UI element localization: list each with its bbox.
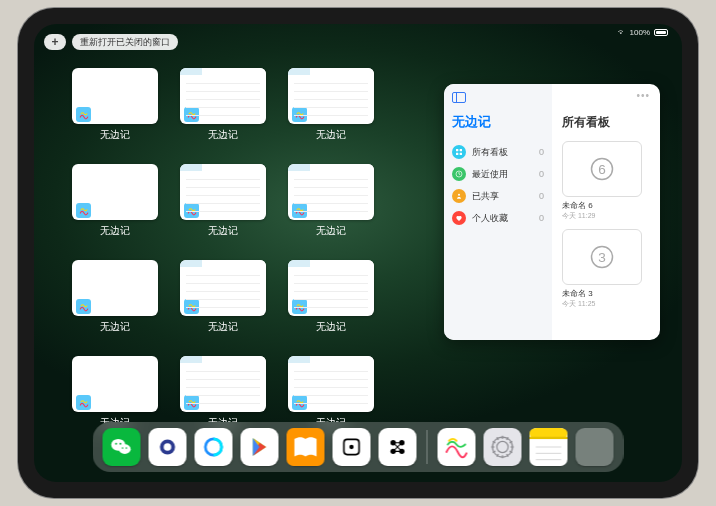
window-thumbnail[interactable] [72,68,158,124]
panel-sidebar: 无边记 所有看板0最近使用0已共享0个人收藏0 [444,84,552,340]
freeform-app-icon [76,395,91,410]
freeform-app-icon [76,299,91,314]
dock-app-settings[interactable] [484,428,522,466]
board-card[interactable]: 6未命名 6今天 11:29 [562,141,646,221]
panel-title: 无边记 [452,113,544,131]
clock-icon [452,167,466,181]
window-label: 无边记 [208,224,238,238]
svg-point-5 [458,194,460,196]
window-label: 无边记 [100,224,130,238]
window-label: 无边记 [100,128,130,142]
reopen-label: 重新打开已关闭的窗口 [80,36,170,49]
freeform-app-icon [292,203,307,218]
board-thumbnail: 6 [562,141,642,197]
sidebar-item-count: 0 [539,191,544,201]
freeform-app-icon [184,203,199,218]
more-icon[interactable]: ••• [636,90,650,101]
sidebar-item-label: 所有看板 [472,146,508,159]
sidebar-item-count: 0 [539,169,544,179]
grid-icon [452,145,466,159]
freeform-app-icon [76,203,91,218]
window-label: 无边记 [208,128,238,142]
svg-rect-42 [530,437,568,439]
new-window-button[interactable]: + [44,34,66,50]
svg-point-13 [119,443,121,445]
window-thumbnail[interactable] [72,356,158,412]
svg-point-27 [497,441,508,452]
window-thumbnail[interactable] [72,164,158,220]
heart-icon [452,211,466,225]
svg-rect-3 [460,153,462,155]
svg-text:3: 3 [598,250,606,265]
window-thumbnail[interactable] [72,260,158,316]
reopen-closed-window-button[interactable]: 重新打开已关闭的窗口 [72,34,178,50]
svg-text:6: 6 [598,162,606,177]
sidebar-item-count: 0 [539,147,544,157]
board-card[interactable]: 3未命名 3今天 11:25 [562,229,646,309]
window-thumbnail[interactable] [288,164,374,220]
freeform-app-icon [292,395,307,410]
sidebar-item-clock[interactable]: 最近使用0 [452,163,544,185]
window-label: 无边记 [208,320,238,334]
svg-point-14 [122,447,124,449]
freeform-panel: 无边记 所有看板0最近使用0已共享0个人收藏0 ••• 所有看板 6未命名 6今… [444,84,660,340]
sidebar-item-share[interactable]: 已共享0 [452,185,544,207]
svg-rect-2 [456,153,458,155]
dock-app-play[interactable] [241,428,279,466]
app-switcher-grid: 无边记无边记无边记无边记无边记无边记无边记无边记无边记无边记无边记无边记 [72,68,374,430]
window-thumbnail[interactable] [180,68,266,124]
battery-icon [654,29,668,36]
svg-point-12 [115,443,117,445]
window-label: 无边记 [100,320,130,334]
dock-app-qqbrowser[interactable] [195,428,233,466]
window-thumbnail[interactable] [288,356,374,412]
sidebar-toggle-icon[interactable] [452,92,466,103]
board-subtitle: 今天 11:25 [562,299,646,309]
sidebar-item-count: 0 [539,213,544,223]
freeform-app-icon [76,107,91,122]
sidebar-item-label: 已共享 [472,190,499,203]
ipad-frame: ᯤ 100% + 重新打开已关闭的窗口 无边记无边记无边记无边记无边记无边记无边… [18,8,698,498]
wifi-icon: ᯤ [618,28,626,37]
board-name: 未命名 6 [562,200,646,211]
dock-app-app-library[interactable] [576,428,614,466]
panel-right-title: 所有看板 [562,114,650,131]
svg-point-26 [493,437,513,457]
dock-app-freeform[interactable] [438,428,476,466]
svg-point-11 [119,444,131,454]
window-thumbnail[interactable] [180,260,266,316]
dock-app-quark[interactable] [149,428,187,466]
sidebar-item-heart[interactable]: 个人收藏0 [452,207,544,229]
board-name: 未命名 3 [562,288,646,299]
window-thumbnail[interactable] [180,164,266,220]
sidebar-item-grid[interactable]: 所有看板0 [452,141,544,163]
sidebar-item-label: 最近使用 [472,168,508,181]
dock-app-books[interactable] [287,428,325,466]
window-label: 无边记 [316,128,346,142]
window-thumbnail[interactable] [288,260,374,316]
dock-app-dice[interactable] [333,428,371,466]
dock-separator [427,430,428,464]
share-icon [452,189,466,203]
freeform-app-icon [292,299,307,314]
screen: ᯤ 100% + 重新打开已关闭的窗口 无边记无边记无边记无边记无边记无边记无边… [34,24,682,482]
svg-point-15 [126,447,128,449]
board-thumbnail: 3 [562,229,642,285]
freeform-app-icon [292,107,307,122]
window-thumbnail[interactable] [288,68,374,124]
dock [93,422,624,472]
freeform-app-icon [184,395,199,410]
window-thumbnail[interactable] [180,356,266,412]
window-label: 无边记 [316,320,346,334]
dock-app-obsidian[interactable] [379,428,417,466]
dock-app-wechat[interactable] [103,428,141,466]
window-label: 无边记 [316,224,346,238]
svg-point-17 [164,443,172,451]
freeform-app-icon [184,299,199,314]
battery-text: 100% [630,28,650,37]
svg-rect-1 [460,149,462,151]
svg-point-21 [349,445,353,449]
dock-app-notes[interactable] [530,428,568,466]
svg-rect-0 [456,149,458,151]
board-subtitle: 今天 11:29 [562,211,646,221]
